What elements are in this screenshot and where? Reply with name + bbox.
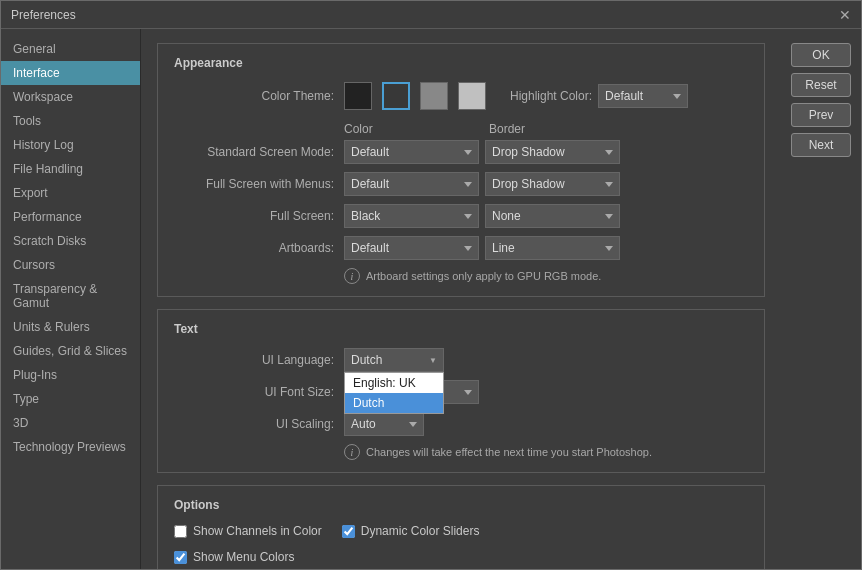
full-screen-border-select[interactable]: None [485, 204, 620, 228]
window-title: Preferences [11, 8, 76, 22]
full-screen-menus-row: Full Screen with Menus: Default Drop Sha… [174, 172, 748, 196]
sidebar-item-performance[interactable]: Performance [1, 205, 140, 229]
show-channels-row: Show Channels in Color [174, 524, 322, 538]
preferences-window: Preferences ✕ General Interface Workspac… [0, 0, 862, 570]
show-menu-colors-checkbox[interactable] [174, 551, 187, 564]
swatch-light[interactable] [458, 82, 486, 110]
changes-info-row: i Changes will take effect the next time… [174, 444, 748, 460]
sidebar: General Interface Workspace Tools Histor… [1, 29, 141, 569]
show-menu-colors-row: Show Menu Colors [174, 550, 748, 564]
ui-scaling-row: UI Scaling: Auto [174, 412, 748, 436]
sidebar-item-file-handling[interactable]: File Handling [1, 157, 140, 181]
sidebar-item-3d[interactable]: 3D [1, 411, 140, 435]
sidebar-item-interface[interactable]: Interface [1, 61, 140, 85]
sidebar-item-history-log[interactable]: History Log [1, 133, 140, 157]
ui-scaling-select[interactable]: Auto [344, 412, 424, 436]
full-screen-menus-label: Full Screen with Menus: [174, 177, 344, 191]
swatch-dark[interactable] [382, 82, 410, 110]
artboard-info-text: Artboard settings only apply to GPU RGB … [366, 270, 601, 282]
ui-language-value: Dutch [351, 353, 382, 367]
appearance-title: Appearance [174, 56, 748, 70]
text-section: Text UI Language: Dutch ▼ English: UK Du… [157, 309, 765, 473]
highlight-color-select[interactable]: Default [598, 84, 688, 108]
close-button[interactable]: ✕ [839, 8, 851, 22]
ui-language-label: UI Language: [174, 353, 344, 367]
changes-info-icon: i [344, 444, 360, 460]
ui-scaling-label: UI Scaling: [174, 417, 344, 431]
main-content: Appearance Color Theme: Highlight Color:… [141, 29, 781, 569]
standard-screen-color-select[interactable]: Default [344, 140, 479, 164]
full-screen-color-select[interactable]: Black [344, 204, 479, 228]
sidebar-item-units-rulers[interactable]: Units & Rulers [1, 315, 140, 339]
reset-button[interactable]: Reset [791, 73, 851, 97]
prev-button[interactable]: Prev [791, 103, 851, 127]
artboards-color-select[interactable]: Default [344, 236, 479, 260]
artboards-row: Artboards: Default Line [174, 236, 748, 260]
color-theme-label: Color Theme: [174, 89, 344, 103]
color-theme-row: Color Theme: Highlight Color: Default [174, 82, 748, 110]
appearance-section: Appearance Color Theme: Highlight Color:… [157, 43, 765, 297]
sidebar-item-export[interactable]: Export [1, 181, 140, 205]
options-section-title: Options [174, 498, 748, 512]
ui-language-dropdown: English: UK Dutch [344, 372, 444, 414]
dynamic-sliders-label[interactable]: Dynamic Color Sliders [361, 524, 480, 538]
full-screen-controls: Black None [344, 204, 620, 228]
text-section-title: Text [174, 322, 748, 336]
ui-language-row: UI Language: Dutch ▼ English: UK Dutch [174, 348, 748, 372]
dynamic-sliders-row: Dynamic Color Sliders [342, 524, 480, 538]
changes-info-text: Changes will take effect the next time y… [366, 446, 652, 458]
swatch-medium[interactable] [420, 82, 448, 110]
sidebar-item-transparency-gamut[interactable]: Transparency & Gamut [1, 277, 140, 315]
full-screen-menus-border-select[interactable]: Drop Shadow [485, 172, 620, 196]
sidebar-item-technology-previews[interactable]: Technology Previews [1, 435, 140, 459]
column-headers: Color Border [174, 122, 748, 136]
artboards-label: Artboards: [174, 241, 344, 255]
full-screen-row: Full Screen: Black None [174, 204, 748, 228]
show-channels-label[interactable]: Show Channels in Color [193, 524, 322, 538]
standard-screen-label: Standard Screen Mode: [174, 145, 344, 159]
options-section: Options Show Channels in Color Dynamic C… [157, 485, 765, 569]
col-header-color: Color [344, 122, 489, 136]
sidebar-item-plug-ins[interactable]: Plug-Ins [1, 363, 140, 387]
full-screen-menus-controls: Default Drop Shadow [344, 172, 620, 196]
dynamic-sliders-checkbox[interactable] [342, 525, 355, 538]
highlight-color-label: Highlight Color: [510, 89, 598, 103]
standard-screen-border-select[interactable]: Drop Shadow [485, 140, 620, 164]
ok-button[interactable]: OK [791, 43, 851, 67]
artboard-info-row: i Artboard settings only apply to GPU RG… [174, 268, 748, 284]
artboard-info-icon: i [344, 268, 360, 284]
sidebar-item-guides-grid-slices[interactable]: Guides, Grid & Slices [1, 339, 140, 363]
col-header-border: Border [489, 122, 634, 136]
ui-language-control: Dutch ▼ English: UK Dutch [344, 348, 444, 372]
lang-chevron-icon: ▼ [429, 356, 437, 365]
show-menu-colors-label[interactable]: Show Menu Colors [193, 550, 294, 564]
full-screen-label: Full Screen: [174, 209, 344, 223]
options-group-1: Show Channels in Color Dynamic Color Sli… [174, 524, 748, 544]
sidebar-item-cursors[interactable]: Cursors [1, 253, 140, 277]
color-theme-swatches [344, 82, 490, 110]
ui-font-size-label: UI Font Size: [174, 385, 344, 399]
button-panel: OK Reset Prev Next [781, 29, 861, 569]
ui-scaling-control: Auto [344, 412, 424, 436]
swatch-black[interactable] [344, 82, 372, 110]
next-button[interactable]: Next [791, 133, 851, 157]
sidebar-item-scratch-disks[interactable]: Scratch Disks [1, 229, 140, 253]
sidebar-item-type[interactable]: Type [1, 387, 140, 411]
artboards-border-select[interactable]: Line [485, 236, 620, 260]
sidebar-item-tools[interactable]: Tools [1, 109, 140, 133]
lang-option-dutch[interactable]: Dutch [345, 393, 443, 413]
title-bar: Preferences ✕ [1, 1, 861, 29]
full-screen-menus-color-select[interactable]: Default [344, 172, 479, 196]
standard-screen-controls: Default Drop Shadow [344, 140, 620, 164]
sidebar-item-general[interactable]: General [1, 37, 140, 61]
sidebar-item-workspace[interactable]: Workspace [1, 85, 140, 109]
standard-screen-row: Standard Screen Mode: Default Drop Shado… [174, 140, 748, 164]
show-channels-checkbox[interactable] [174, 525, 187, 538]
lang-option-english[interactable]: English: UK [345, 373, 443, 393]
artboards-controls: Default Line [344, 236, 620, 260]
ui-font-size-row: UI Font Size: Small Medium Large [174, 380, 748, 404]
ui-language-display[interactable]: Dutch ▼ [344, 348, 444, 372]
content-area: General Interface Workspace Tools Histor… [1, 29, 861, 569]
